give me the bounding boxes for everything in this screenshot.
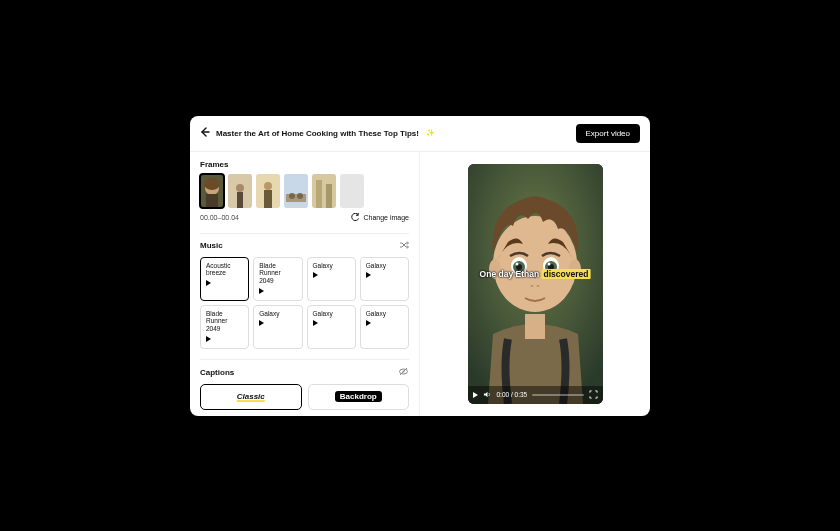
music-track-1[interactable]: Acoustic breeze (200, 257, 249, 301)
music-track-name: Galaxy (313, 262, 350, 270)
preview-art (468, 164, 603, 404)
back-arrow-icon[interactable] (200, 127, 210, 139)
music-label: Music (200, 241, 223, 250)
divider (200, 233, 409, 234)
captions-label: Captions (200, 368, 234, 377)
caption-style-backdrop-label: Backdrop (335, 391, 382, 402)
svg-rect-22 (525, 314, 545, 339)
play-button[interactable] (473, 392, 478, 398)
svg-point-35 (536, 285, 539, 287)
caption-style-classic-label: Classic (237, 392, 265, 401)
header: Master the Art of Home Cooking with Thes… (190, 116, 650, 152)
music-track-name: Blade Runner 2049 (259, 262, 296, 285)
captions-header: Captions (200, 366, 409, 379)
svg-rect-16 (316, 180, 322, 208)
svg-point-13 (289, 193, 295, 199)
frame-thumb-4[interactable] (284, 174, 308, 208)
music-grid: Acoustic breeze Blade Runner 2049 Galaxy… (200, 257, 409, 349)
svg-point-33 (547, 262, 550, 265)
header-left: Master the Art of Home Cooking with Thes… (200, 127, 435, 139)
music-track-name: Galaxy (366, 262, 403, 270)
svg-rect-6 (237, 192, 243, 208)
svg-point-23 (493, 216, 577, 312)
play-icon (366, 272, 371, 278)
caption-text-pre: One day Ethan (480, 269, 542, 279)
play-icon (366, 320, 371, 326)
music-track-2[interactable]: Blade Runner 2049 (253, 257, 302, 301)
svg-rect-4 (206, 194, 218, 208)
svg-rect-17 (326, 184, 332, 208)
page-title: Master the Art of Home Cooking with Thes… (216, 129, 419, 138)
svg-rect-11 (284, 174, 308, 208)
music-track-name: Blade Runner 2049 (206, 310, 243, 333)
caption-overlay: One day Ethan discovered (480, 269, 591, 279)
music-track-3[interactable]: Galaxy (307, 257, 356, 301)
export-video-button[interactable]: Export video (576, 124, 640, 143)
play-icon (206, 336, 211, 342)
change-image-button[interactable]: Change image (351, 213, 409, 223)
sparkle-icon: ✨ (426, 129, 435, 137)
play-icon (206, 280, 211, 286)
svg-point-34 (530, 285, 533, 287)
svg-rect-15 (312, 174, 336, 208)
music-track-7[interactable]: Galaxy (307, 305, 356, 349)
svg-point-3 (204, 178, 220, 190)
volume-icon[interactable] (483, 390, 492, 400)
frame-thumb-placeholder[interactable] (340, 174, 364, 208)
frames-row (200, 174, 409, 208)
frame-thumb-3[interactable] (256, 174, 280, 208)
body: Frames 00.00–00.0 (190, 152, 650, 416)
video-time: 0:00 / 0:35 (497, 391, 528, 398)
svg-rect-9 (264, 190, 272, 208)
music-track-name: Galaxy (313, 310, 350, 318)
refresh-icon (351, 213, 360, 223)
divider (200, 359, 409, 360)
music-track-name: Galaxy (366, 310, 403, 318)
fullscreen-icon[interactable] (589, 390, 598, 400)
video-controls: 0:00 / 0:35 (468, 386, 603, 404)
music-track-name: Acoustic breeze (206, 262, 243, 278)
music-track-5[interactable]: Blade Runner 2049 (200, 305, 249, 349)
svg-point-14 (297, 193, 303, 199)
frame-thumb-1[interactable] (200, 174, 224, 208)
music-track-4[interactable]: Galaxy (360, 257, 409, 301)
caption-text-highlight: discovered (541, 269, 590, 279)
caption-styles: Classic Backdrop (200, 384, 409, 410)
svg-point-10 (264, 182, 272, 190)
change-image-label: Change image (363, 214, 409, 221)
frames-footer: 00.00–00.04 Change image (200, 213, 409, 223)
progress-bar[interactable] (532, 394, 583, 396)
play-icon (259, 320, 264, 326)
music-track-6[interactable]: Galaxy (253, 305, 302, 349)
frame-timestamp: 00.00–00.04 (200, 214, 239, 221)
svg-rect-12 (286, 194, 306, 202)
caption-style-backdrop[interactable]: Backdrop (308, 384, 410, 410)
frames-label: Frames (200, 160, 409, 169)
play-icon (259, 288, 264, 294)
svg-point-7 (236, 184, 244, 192)
right-panel: One day Ethan discovered 0:00 / 0:35 (420, 152, 650, 416)
video-preview: One day Ethan discovered 0:00 / 0:35 (468, 164, 603, 404)
frame-thumb-2[interactable] (228, 174, 252, 208)
music-header: Music (200, 240, 409, 252)
play-icon (313, 272, 318, 278)
caption-style-classic[interactable]: Classic (200, 384, 302, 410)
shuffle-icon[interactable] (399, 240, 409, 252)
app-window: Master the Art of Home Cooking with Thes… (190, 116, 650, 416)
left-panel: Frames 00.00–00.0 (190, 152, 420, 416)
svg-point-32 (515, 262, 518, 265)
play-icon (313, 320, 318, 326)
music-track-name: Galaxy (259, 310, 296, 318)
music-track-8[interactable]: Galaxy (360, 305, 409, 349)
eye-off-icon[interactable] (398, 366, 409, 379)
frame-thumb-5[interactable] (312, 174, 336, 208)
